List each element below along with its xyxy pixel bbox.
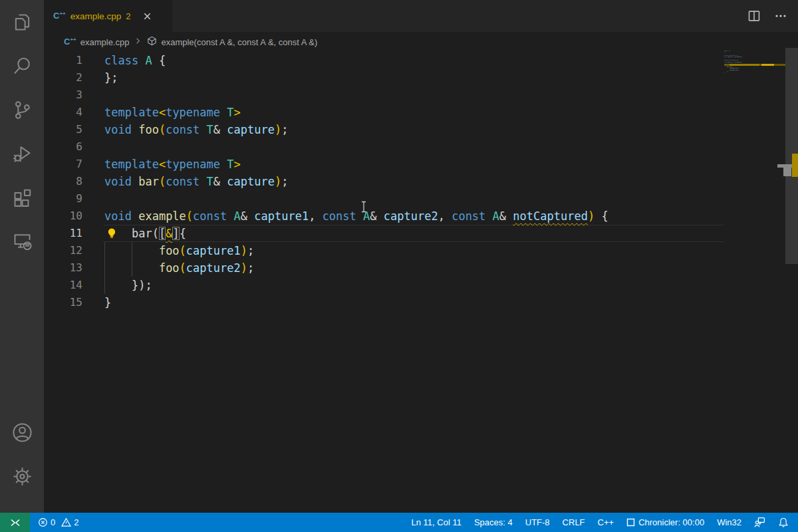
code-text[interactable]: [82, 86, 104, 104]
code-text[interactable]: };: [82, 69, 118, 86]
line-number[interactable]: 13: [44, 259, 82, 277]
remote-explorer-icon: [11, 231, 33, 253]
code-line[interactable]: 4template<typename T>: [44, 104, 798, 121]
minimap[interactable]: class A {}; template<typename T>void foo…: [724, 50, 785, 316]
status-encoding[interactable]: UTF-8: [525, 517, 550, 527]
status-language[interactable]: C++: [598, 517, 614, 527]
line-number[interactable]: 12: [44, 242, 82, 259]
remote-icon: [10, 519, 21, 527]
minimap-code: class A {}; template<typename T>void foo…: [724, 50, 785, 74]
warning-icon: [61, 517, 71, 527]
code-line[interactable]: 15}: [44, 294, 798, 311]
chevron-right-icon: [133, 36, 143, 48]
tab-bar: C++ example.cpp 2: [44, 0, 798, 32]
code-line[interactable]: 7template<typename T>: [44, 156, 798, 173]
code-line[interactable]: 9: [44, 190, 798, 207]
overview-ruler-warning-marker: [792, 154, 798, 177]
code-line[interactable]: 12 foo(capture1);: [44, 242, 798, 259]
status-indentation[interactable]: Spaces: 4: [474, 517, 513, 527]
code-text[interactable]: [82, 138, 104, 156]
sidebar-item-remote-explorer[interactable]: [0, 219, 44, 263]
code-line[interactable]: 2};: [44, 69, 798, 86]
code-line[interactable]: 11 bar([&]{: [44, 225, 798, 242]
code-line[interactable]: 3: [44, 86, 798, 104]
line-number[interactable]: 8: [44, 173, 82, 190]
search-icon: [11, 55, 33, 77]
line-number[interactable]: 4: [44, 104, 82, 121]
line-number[interactable]: 11: [44, 225, 82, 242]
code-text[interactable]: foo(capture2);: [82, 259, 254, 277]
code-area[interactable]: 1class A {2};34template<typename T>5void…: [44, 52, 798, 311]
breadcrumb-file[interactable]: example.cpp: [80, 37, 130, 47]
feedback-icon: [754, 517, 765, 528]
code-text[interactable]: void bar(const T& capture);: [82, 173, 288, 190]
extensions-icon: [11, 187, 33, 209]
settings-button[interactable]: [0, 454, 44, 498]
problems-status[interactable]: 0 2: [38, 517, 78, 527]
status-line-col[interactable]: Ln 11, Col 11: [412, 517, 462, 527]
lightbulb-code-action-icon[interactable]: [106, 227, 118, 239]
feedback-button[interactable]: [754, 517, 765, 528]
line-number[interactable]: 5: [44, 121, 82, 138]
mouse-cursor-ibeam: [360, 201, 367, 215]
code-line[interactable]: 5void foo(const T& capture);: [44, 121, 798, 138]
bell-icon: [778, 517, 789, 528]
status-platform[interactable]: Win32: [717, 517, 741, 527]
error-count: 0: [51, 517, 55, 527]
symbol-method-cube-icon: [147, 36, 157, 48]
more-actions-icon[interactable]: [773, 8, 789, 24]
editor-actions: [746, 0, 789, 32]
files-icon: [11, 11, 33, 33]
code-line[interactable]: 1class A {: [44, 52, 798, 69]
split-editor-icon[interactable]: [746, 8, 762, 24]
editor[interactable]: 1class A {2};34template<typename T>5void…: [44, 52, 798, 513]
code-text[interactable]: void foo(const T& capture);: [82, 121, 288, 138]
breadcrumb-symbol[interactable]: example(const A &, const A &, const A &): [161, 37, 317, 47]
accounts-button[interactable]: [0, 410, 44, 454]
line-number[interactable]: 6: [44, 138, 82, 156]
code-line[interactable]: 6: [44, 138, 798, 156]
sidebar-item-run-debug[interactable]: [0, 132, 44, 176]
line-number[interactable]: 15: [44, 294, 82, 311]
activity-bar: [0, 0, 44, 513]
line-number[interactable]: 7: [44, 156, 82, 173]
code-line[interactable]: 13 foo(capture2);: [44, 259, 798, 277]
line-number[interactable]: 1: [44, 52, 82, 69]
status-eol[interactable]: CRLF: [563, 517, 585, 527]
line-number[interactable]: 10: [44, 207, 82, 225]
tab-example-cpp[interactable]: C++ example.cpp 2: [44, 0, 172, 32]
indent-guide: [132, 242, 132, 277]
line-number[interactable]: 3: [44, 86, 82, 104]
sidebar-item-search[interactable]: [0, 44, 44, 88]
code-text[interactable]: }: [82, 294, 111, 311]
status-chronicler[interactable]: Chronicler: 00:00: [626, 517, 704, 527]
sidebar-item-extensions[interactable]: [0, 176, 44, 219]
sidebar-item-source-control[interactable]: [0, 88, 44, 132]
code-text[interactable]: template<typename T>: [82, 156, 241, 173]
overview-ruler-cursor-marker: [783, 168, 791, 176]
code-text[interactable]: class A {: [82, 52, 166, 69]
git-branch-icon: [11, 99, 33, 121]
code-text[interactable]: foo(capture1);: [82, 242, 254, 259]
code-line[interactable]: 10void example(const A& capture1, const …: [44, 207, 798, 225]
close-icon[interactable]: [141, 9, 154, 23]
code-line[interactable]: 14 });: [44, 277, 798, 294]
code-text[interactable]: bar([&]{: [82, 225, 186, 242]
indent-guide: [104, 242, 105, 294]
breadcrumb: C++ example.cpp example(const A &, const…: [44, 32, 798, 52]
sidebar-item-explorer[interactable]: [0, 0, 44, 44]
remote-indicator[interactable]: [0, 513, 30, 532]
notifications-button[interactable]: [778, 517, 789, 528]
code-text[interactable]: void example(const A& capture1, const A&…: [82, 207, 608, 225]
line-number[interactable]: 9: [44, 190, 82, 207]
stop-square-icon: [626, 518, 635, 527]
code-line[interactable]: 8void bar(const T& capture);: [44, 173, 798, 190]
debug-play-bug-icon: [11, 143, 33, 165]
code-text[interactable]: });: [82, 277, 152, 294]
code-text[interactable]: [82, 190, 104, 207]
line-number[interactable]: 14: [44, 277, 82, 294]
line-number[interactable]: 2: [44, 69, 82, 86]
error-icon: [38, 517, 48, 527]
warning-count: 2: [74, 517, 78, 527]
code-text[interactable]: template<typename T>: [82, 104, 241, 121]
